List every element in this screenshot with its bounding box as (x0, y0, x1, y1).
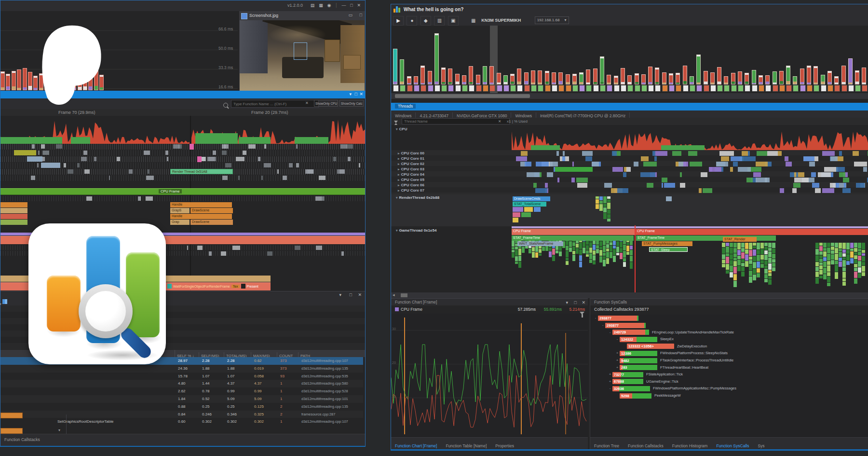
syscall-tree-row[interactable]: 5298PeekMessageW (590, 393, 868, 401)
stop-button[interactable]: ● (407, 16, 417, 26)
tree-expander[interactable]: - (600, 323, 605, 327)
thread-core-row[interactable]: ▸CPU Core 01 (398, 156, 424, 161)
syscall-tree-row[interactable]: -293877 (590, 316, 868, 323)
bottom-tab[interactable]: Sys (758, 443, 764, 448)
grid-icon[interactable]: ▦ (317, 3, 325, 8)
tree-expander[interactable]: + (615, 358, 620, 362)
stat-bar[interactable]: STAT_FrameTime (512, 235, 634, 241)
bottom-tab[interactable]: Properties (495, 443, 514, 448)
rt-block[interactable]: STAT_TotalScene (513, 202, 546, 207)
syscall-tree-row[interactable]: +67888UGameEngine::Tick (590, 379, 868, 386)
syscall-tree-row[interactable]: -293877 (590, 323, 868, 330)
thread-core-row[interactable]: ▸CPU Core 06 (398, 183, 424, 187)
tree-expander[interactable]: - (593, 316, 598, 320)
table-row[interactable]: 15.781.071.070.05893d3d12multithreading.… (0, 373, 363, 380)
cpu-frame-bar[interactable]: CPU Frame (0, 188, 365, 195)
thread-filter-input[interactable] (402, 118, 510, 124)
scroll-left-arrow[interactable]: ◂ (393, 292, 395, 297)
gt-cpuframe-right[interactable]: CPU Frame (636, 229, 868, 235)
play-button[interactable]: ▶ (393, 16, 404, 26)
syscall-tree-row[interactable]: -32636FWindowsPlatformApplicationMisc::P… (590, 386, 868, 393)
event-chip[interactable] (0, 428, 23, 434)
showonly-calc-button[interactable]: ShowOnly Calc CPU/MS ▾ (339, 100, 364, 107)
tab-function-callstacks[interactable]: Function Callstacks (4, 437, 40, 442)
save-button[interactable]: ▥ (434, 16, 445, 26)
event-chip[interactable] (0, 413, 23, 418)
threads-scrollbar[interactable]: ◂ (391, 292, 868, 298)
thread-core-row[interactable]: ▸CPU Core 07 (398, 188, 424, 193)
close-button[interactable]: ✕ (355, 3, 362, 8)
render-thread-bar[interactable]: Render Thread 0x51A8 (170, 169, 233, 174)
tree-expander[interactable]: + (608, 372, 612, 376)
float-icon[interactable]: □ (355, 92, 357, 97)
drawscene-bar[interactable]: DrawScene (190, 220, 233, 225)
stat-bar[interactable]: STAT_Render (723, 237, 757, 242)
thread-render-row[interactable]: ▾RenderThread 0x2b88 (396, 195, 439, 200)
clear-search-icon[interactable]: ✕ (305, 101, 309, 105)
tree-expander[interactable]: + (608, 379, 612, 384)
bottom-tab[interactable]: Function Histogram (672, 443, 708, 448)
address-dropdown[interactable]: 192.168.1.68 ▾ (535, 16, 569, 24)
syscall-tree-row[interactable]: 123322 <1056>ZwDelayExecution (590, 344, 868, 351)
minimize-button[interactable]: — (340, 3, 347, 8)
bottom-tab[interactable]: Function SysCalls (716, 443, 749, 448)
syscall-tree-row[interactable]: +5482FTaskGraphInterface::ProcessThreadU… (590, 358, 868, 365)
graps-bar[interactable]: GrapS (170, 208, 190, 213)
thread-group-cpu[interactable]: ▾CPU (396, 127, 407, 131)
handle-bar[interactable]: Handle (170, 202, 232, 207)
clear-filter-icon[interactable]: ✕ (498, 119, 501, 124)
copy-button[interactable]: ▣ (448, 16, 459, 26)
expand-chevron[interactable]: ▾ (58, 428, 60, 432)
maximize-icon[interactable]: □ (358, 13, 364, 17)
table-view-icon[interactable] (2, 299, 7, 304)
syscall-tree-row[interactable]: +73277FSlateApplication::Tick (590, 372, 868, 379)
function-chart-canvas[interactable]: 30 20 10 (391, 314, 588, 437)
thread-core-row[interactable]: ▸CPU Core 03 (398, 167, 424, 171)
tree-expander[interactable]: - (608, 386, 612, 390)
frame-scrollbar[interactable] (391, 93, 868, 99)
table-row[interactable]: 0.880.250.250.1252d3d12multithreading.cp… (0, 403, 363, 411)
grap-bar[interactable]: Grap (170, 220, 190, 225)
stat-bar-selected[interactable]: STAT_Sleep (649, 247, 688, 252)
table-row[interactable]: 24.361.881.880.019373d3d12multithreading… (0, 365, 363, 373)
scale-label[interactable]: x1 | % Used (507, 119, 528, 124)
table-row[interactable]: 1.840.525.095.091d3d12multithreading.cpp… (0, 395, 363, 403)
threads-panel-header[interactable]: Threads (391, 103, 868, 111)
table-row[interactable]: 0.840.2460.3460.3252framesource.cpp:287 (0, 411, 363, 418)
tree-expander[interactable]: - (608, 330, 612, 334)
bottom-tab[interactable]: Function Chart [Frame] (395, 443, 437, 448)
open-button[interactable]: ◆ (420, 16, 431, 26)
syscall-tree-row[interactable]: -249729FEngineLoop::UpdateTimeAndHandleM… (590, 330, 868, 337)
settings-icon[interactable]: ◉ (326, 3, 332, 8)
maximize-button[interactable]: □ (349, 3, 354, 8)
table-row[interactable]: SetGraphicsRootDescriptorTable0.600.3020… (0, 418, 363, 426)
tree-expander[interactable]: + (615, 351, 620, 355)
filter-icon[interactable] (580, 312, 584, 315)
frame-chart[interactable] (391, 26, 868, 93)
rt-block[interactable]: DrawSceneCmds (513, 196, 550, 201)
table-row[interactable]: 4.801.444.374.371d3d12multithreading.cpp… (0, 380, 363, 387)
handle-bar[interactable]: Handle (170, 214, 232, 219)
thread-core-row[interactable]: ▸CPU Core 02 (398, 162, 424, 166)
stat-bar[interactable]: STAT_PumpMessages (642, 241, 692, 246)
threads-timeline[interactable]: ▾CPU ▸CPU Core 00 ▸CPU Core 01 ▸CPU Core… (391, 125, 868, 292)
tree-expander[interactable]: + (615, 365, 620, 370)
thread-game-row[interactable]: ▾GameThread 0x1e54 (396, 228, 436, 233)
bottom-tab[interactable]: Function Tree (594, 443, 619, 448)
docs-icon[interactable]: ▤ (309, 3, 316, 8)
syscall-tree-row[interactable]: +12386FWindowsPlatformProcess::SleepNoSt… (590, 351, 868, 358)
bottom-tab[interactable]: Function Table [Name] (446, 443, 487, 448)
gt-cpuframe-left[interactable]: CPU Frame (512, 229, 635, 235)
scrollbar-handle[interactable] (395, 94, 530, 98)
frame-header[interactable]: Frame 20 (29.7ms) (251, 110, 288, 115)
showonly-cores-button[interactable]: ShowOnly CPU CORES (314, 100, 338, 107)
drawscene-bar[interactable]: DrawScene (190, 208, 233, 213)
thread-core-row[interactable]: ▸CPU Core 00 (398, 151, 424, 155)
thread-core-row[interactable]: ▸CPU Core 05 (398, 178, 424, 182)
restore-icon[interactable]: ▭ (347, 13, 354, 17)
collapse-icon[interactable]: ▾ (349, 92, 352, 97)
syscall-tree-row[interactable]: -124322SleepEx (590, 337, 868, 344)
table-row[interactable]: 2.620.780.990.991d3d12multithreading.cpp… (0, 387, 363, 395)
syscall-tree-row[interactable]: +283FThreadHeartBeat::HeartBeat (590, 365, 868, 372)
stat-bar[interactable]: WAIT_StatsNewFrame (517, 241, 563, 246)
